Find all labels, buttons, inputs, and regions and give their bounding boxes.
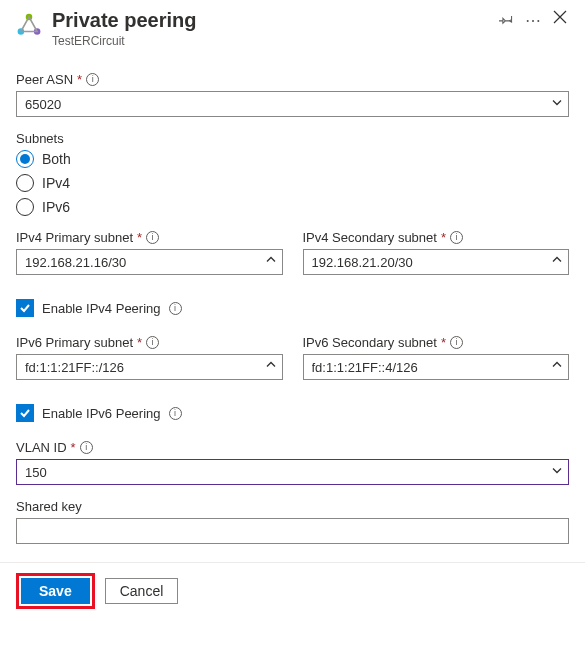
header-actions: ⋯ <box>499 12 541 29</box>
enable-ipv4-label: Enable IPv4 Peering <box>42 301 161 316</box>
required-icon: * <box>137 230 142 245</box>
enable-ipv6-row[interactable]: Enable IPv6 Peering i <box>16 404 569 422</box>
vlan-id-label-text: VLAN ID <box>16 440 67 455</box>
info-icon[interactable]: i <box>146 336 159 349</box>
more-icon[interactable]: ⋯ <box>525 16 541 26</box>
required-icon: * <box>71 440 76 455</box>
peer-asn-label-text: Peer ASN <box>16 72 73 87</box>
field-ipv4-secondary: IPv4 Secondary subnet * i <box>303 230 570 275</box>
ipv6-secondary-label-text: IPv6 Secondary subnet <box>303 335 437 350</box>
private-peering-blade: Private peering TestERCircuit ⋯ Peer ASN… <box>0 0 585 625</box>
ipv6-primary-label-text: IPv6 Primary subnet <box>16 335 133 350</box>
close-icon[interactable] <box>551 8 569 30</box>
subnets-label-text: Subnets <box>16 131 64 146</box>
save-button[interactable]: Save <box>21 578 90 604</box>
ipv6-secondary-input[interactable] <box>303 354 570 380</box>
ipv4-secondary-label-text: IPv4 Secondary subnet <box>303 230 437 245</box>
subnets-label: Subnets <box>16 131 569 146</box>
ipv6-primary-input[interactable] <box>16 354 283 380</box>
info-icon[interactable]: i <box>169 407 182 420</box>
radio-icon <box>16 174 34 192</box>
ipv4-subnet-row: IPv4 Primary subnet * i IPv4 Secondary s… <box>16 230 569 289</box>
ipv6-subnet-row: IPv6 Primary subnet * i IPv6 Secondary s… <box>16 335 569 394</box>
enable-ipv6-label: Enable IPv6 Peering <box>42 406 161 421</box>
ipv4-secondary-input[interactable] <box>303 249 570 275</box>
ipv4-primary-input[interactable] <box>16 249 283 275</box>
pin-icon[interactable] <box>499 12 513 29</box>
shared-key-label: Shared key <box>16 499 569 514</box>
shared-key-input[interactable] <box>16 518 569 544</box>
radio-icon <box>16 198 34 216</box>
info-icon[interactable]: i <box>146 231 159 244</box>
vlan-id-label: VLAN ID * i <box>16 440 569 455</box>
cancel-button[interactable]: Cancel <box>105 578 179 604</box>
info-icon[interactable]: i <box>450 336 463 349</box>
info-icon[interactable]: i <box>450 231 463 244</box>
enable-ipv4-row[interactable]: Enable IPv4 Peering i <box>16 299 569 317</box>
field-vlan-id: VLAN ID * i <box>16 440 569 485</box>
field-peer-asn: Peer ASN * i <box>16 72 569 117</box>
field-shared-key: Shared key <box>16 499 569 544</box>
info-icon[interactable]: i <box>80 441 93 454</box>
radio-ipv4[interactable]: IPv4 <box>16 174 569 192</box>
radio-icon <box>16 150 34 168</box>
header-titles: Private peering TestERCircuit <box>52 8 483 48</box>
field-ipv6-secondary: IPv6 Secondary subnet * i <box>303 335 570 380</box>
ipv6-secondary-label: IPv6 Secondary subnet * i <box>303 335 570 350</box>
blade-title: Private peering <box>52 8 483 32</box>
radio-ipv4-label: IPv4 <box>42 175 70 191</box>
radio-ipv6-label: IPv6 <box>42 199 70 215</box>
radio-both-label: Both <box>42 151 71 167</box>
required-icon: * <box>441 335 446 350</box>
ipv4-primary-label-text: IPv4 Primary subnet <box>16 230 133 245</box>
radio-both[interactable]: Both <box>16 150 569 168</box>
expressroute-icon <box>16 12 42 41</box>
blade-footer: Save Cancel <box>0 562 585 609</box>
required-icon: * <box>441 230 446 245</box>
checkbox-checked-icon <box>16 404 34 422</box>
vlan-id-input[interactable] <box>16 459 569 485</box>
radio-ipv6[interactable]: IPv6 <box>16 198 569 216</box>
peer-asn-input[interactable] <box>16 91 569 117</box>
info-icon[interactable]: i <box>86 73 99 86</box>
blade-header: Private peering TestERCircuit ⋯ <box>16 8 569 48</box>
required-icon: * <box>137 335 142 350</box>
field-ipv6-primary: IPv6 Primary subnet * i <box>16 335 283 380</box>
shared-key-label-text: Shared key <box>16 499 82 514</box>
field-ipv4-primary: IPv4 Primary subnet * i <box>16 230 283 275</box>
checkbox-checked-icon <box>16 299 34 317</box>
info-icon[interactable]: i <box>169 302 182 315</box>
ipv4-secondary-label: IPv4 Secondary subnet * i <box>303 230 570 245</box>
peer-asn-label: Peer ASN * i <box>16 72 569 87</box>
required-icon: * <box>77 72 82 87</box>
ipv6-primary-label: IPv6 Primary subnet * i <box>16 335 283 350</box>
field-subnets: Subnets Both IPv4 IPv6 <box>16 131 569 216</box>
save-highlight: Save <box>16 573 95 609</box>
ipv4-primary-label: IPv4 Primary subnet * i <box>16 230 283 245</box>
blade-subtitle: TestERCircuit <box>52 34 483 48</box>
subnets-radio-group: Both IPv4 IPv6 <box>16 150 569 216</box>
